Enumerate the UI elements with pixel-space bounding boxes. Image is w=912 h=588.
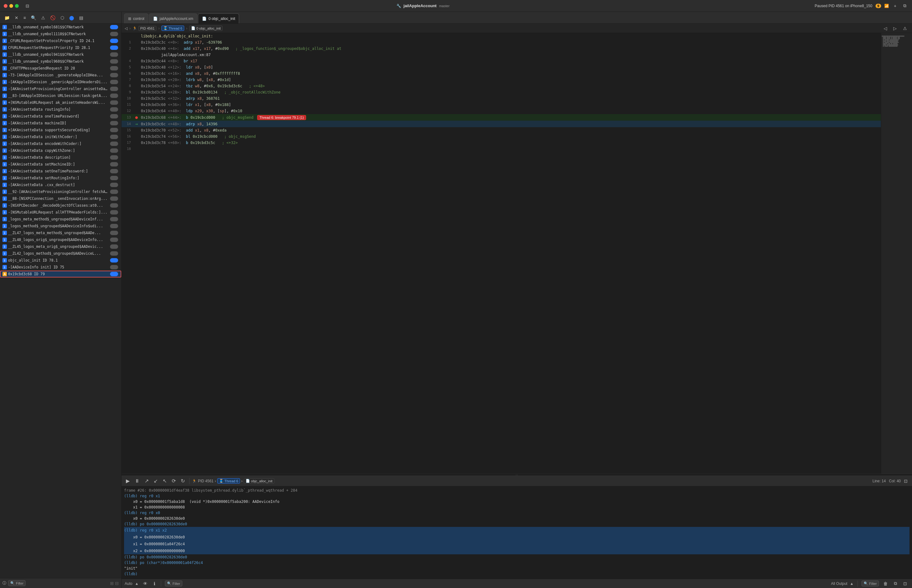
sidebar-item-toggle[interactable] <box>110 176 118 180</box>
sidebar-item-toggle[interactable] <box>110 203 118 208</box>
list-view-btn[interactable]: ▤ <box>77 14 85 21</box>
sidebar-item-toggle[interactable] <box>110 59 118 64</box>
sidebar-item[interactable]: i-[NSMutableURLRequest allHTTPHeaderFiel… <box>0 209 121 216</box>
sidebar-filter[interactable]: 🔍 Filter <box>8 580 26 586</box>
step-out-button[interactable]: ↖ <box>161 477 169 485</box>
nav-back-icon[interactable]: ◁ <box>125 26 128 31</box>
console-size-button[interactable]: ⊡ <box>902 477 909 485</box>
split-button[interactable]: ⧉ <box>901 2 908 10</box>
trash-icon[interactable]: 🗑 <box>881 580 889 587</box>
sidebar-item[interactable]: iCFURLRequestSetRequestPriority ID 28.1 <box>0 44 121 51</box>
code-area[interactable]: libobjc.A.dylib`objc_alloc_init: 10x19cb… <box>121 33 881 474</box>
sidebar-item-toggle[interactable] <box>110 66 118 71</box>
sidebar-item[interactable]: i__88-[NSXPCConnection _sendInvocation:o… <box>0 195 121 202</box>
toggle-all-btn[interactable]: ⬤ <box>67 14 76 21</box>
minimize-button[interactable] <box>9 4 13 8</box>
sidebar-item-toggle[interactable] <box>110 149 118 153</box>
sidebar-item-toggle[interactable] <box>110 244 118 249</box>
sidebar-item-toggle[interactable] <box>110 100 118 105</box>
sidebar-item[interactable]: i-[AKAnisetteData setRoutingInfo:] <box>0 174 121 181</box>
step-inst-button[interactable]: ⟳ <box>170 477 178 485</box>
sidebar-item[interactable]: i__92-[AKAnisetteProvisioningController … <box>0 188 121 195</box>
sidebar-item-toggle[interactable] <box>110 45 118 50</box>
sidebar-item-toggle[interactable] <box>110 94 118 98</box>
sidebar-item-toggle[interactable] <box>110 265 118 269</box>
console-area[interactable]: frame #26: 0x00000001df4eaf38 libsystem_… <box>121 486 912 579</box>
sidebar-item[interactable]: i_logos_meta_method$_ungrouped$AADeviceI… <box>0 216 121 223</box>
sidebar-item[interactable]: i-[AKAnisetteData machineID] <box>0 120 121 127</box>
sidebar-item[interactable]: i-[AKAnisetteData routingInfo] <box>0 106 121 113</box>
nav-next-icon[interactable]: ▷ <box>891 25 899 32</box>
sidebar-item[interactable]: i-[AADeviceInfo init] ID 75 <box>0 264 121 271</box>
sidebar-item[interactable]: i__83-[AKAppleIDSession URLSession:task:… <box>0 92 121 99</box>
sidebar-item[interactable]: i+[AKAnisetteData supportsSecureCoding] <box>0 127 121 133</box>
list-btn[interactable]: ≡ <box>21 14 28 21</box>
sidebar-item[interactable]: i__ZL40_logos_orig$_ungrouped$AADeviceIn… <box>0 236 121 243</box>
sidebar-item-toggle[interactable] <box>110 25 118 29</box>
sidebar-item[interactable]: i_CFHTTPMessageSendRequest ID 28 <box>0 65 121 72</box>
sidebar-item-toggle[interactable] <box>110 107 118 111</box>
close-all-btn[interactable]: ✕ <box>13 14 20 21</box>
step-over-button[interactable]: ↗ <box>143 477 150 485</box>
sidebar-item[interactable]: i-[AKAnisetteData .cxx_destruct] <box>0 181 121 188</box>
console-filter2[interactable]: 🔍 Filter <box>862 580 879 586</box>
sidebar-item[interactable]: i__ZL47_logos_meta_method$_ungrouped$AAD… <box>0 229 121 236</box>
sidebar-item-toggle[interactable] <box>110 73 118 78</box>
tab-asm[interactable]: 📄0 objc_alloc_init <box>198 13 239 23</box>
warning-btn[interactable]: ⚠ <box>39 14 47 21</box>
sidebar-item[interactable]: i+[NSMutableURLRequest ak_anisetteHeader… <box>0 99 121 106</box>
sidebar-item[interactable]: i__lldb_unnamed_symbol681$$CFNetwork <box>0 24 121 31</box>
maximize-console-icon[interactable]: ⊡ <box>901 580 909 587</box>
sidebar-item-toggle[interactable] <box>110 251 118 256</box>
sidebar-item[interactable]: i-[AKAnisetteData copyWithZone:] <box>0 147 121 154</box>
folder-icon-btn[interactable]: 📁 <box>3 14 11 21</box>
sidebar-item-toggle[interactable] <box>110 162 118 166</box>
sidebar-item-toggle[interactable] <box>110 142 118 146</box>
sidebar-item-toggle[interactable] <box>110 210 118 215</box>
sidebar-item-toggle[interactable] <box>110 217 118 221</box>
sidebar-item[interactable]: i__lldb_unnamed_symbol960$$CFNetwork <box>0 58 121 65</box>
warning-small-icon[interactable]: ⚠ <box>901 25 909 32</box>
sidebar-item[interactable]: i-[AKAnisetteData oneTimePassword] <box>0 113 121 120</box>
sidebar-item-toggle[interactable] <box>110 237 118 242</box>
split-console-icon[interactable]: ⧉ <box>892 580 899 587</box>
sidebar-item[interactable]: i-[AKAnisetteData setOneTimePassword:] <box>0 168 121 174</box>
sidebar-item-toggle[interactable] <box>110 169 118 173</box>
sidebar-item[interactable]: i_logos_method$_ungrouped$AADeviceInfo$u… <box>0 223 121 229</box>
sidebar-toggle-button[interactable]: ⊟ <box>24 2 31 10</box>
maximize-button[interactable] <box>15 4 19 8</box>
sidebar-item[interactable]: i__ZL42_logos_method$_ungrouped$AADevice… <box>0 250 121 257</box>
step-into-button[interactable]: ↙ <box>152 477 160 485</box>
sidebar-item[interactable]: i-73-[AKAppleIDSession _generateAppleIDH… <box>0 72 121 79</box>
sidebar-item[interactable]: i-[AKAnisetteData encodeWithCoder:] <box>0 140 121 147</box>
info-icon[interactable]: ℹ <box>152 580 157 587</box>
sidebar-item-toggle[interactable] <box>110 32 118 36</box>
tab-xm[interactable]: 📄jailAppleAccount.xm <box>149 13 197 23</box>
stop-btn[interactable]: 🚫 <box>48 14 57 21</box>
search-btn[interactable]: 🔍 <box>29 14 38 21</box>
add-button[interactable]: + <box>892 2 898 10</box>
sidebar-item-toggle[interactable] <box>110 258 118 263</box>
sidebar-item[interactable]: i-[AKAnisetteData setMachineID:] <box>0 161 121 168</box>
sidebar-item[interactable]: i__lldb_unnamed_symbol1118$$CFNetwork <box>0 31 121 37</box>
sidebar-item-toggle[interactable] <box>110 196 118 201</box>
sidebar-item-toggle[interactable] <box>110 183 118 187</box>
sidebar-item-toggle[interactable] <box>110 135 118 139</box>
sidebar-item-toggle[interactable] <box>110 80 118 84</box>
sidebar-item-toggle[interactable] <box>110 39 118 43</box>
console-filter[interactable]: 🔍 Filter <box>165 580 182 586</box>
sidebar-item-toggle[interactable] <box>110 189 118 194</box>
sidebar-item[interactable]: i-[NSXPCDecoder _decodeObjectOfClasses:a… <box>0 202 121 209</box>
sidebar-item-toggle[interactable] <box>110 87 118 91</box>
bp-icon-btn[interactable]: ⬡ <box>58 14 66 21</box>
sidebar-item-toggle[interactable] <box>110 224 118 228</box>
sidebar-item[interactable]: i__ZL45_logos_meta_orig$_ungrouped$AADev… <box>0 243 121 250</box>
sidebar-item[interactable]: i-[AKAnisetteData initWithCoder:] <box>0 133 121 140</box>
close-button[interactable] <box>4 4 8 8</box>
sidebar-item[interactable]: i-[AKAppleIDSession _genericAppleIDHeade… <box>0 79 121 86</box>
eye-icon[interactable]: 👁 <box>141 580 149 587</box>
sidebar-item-toggle[interactable] <box>110 128 118 132</box>
sidebar-item-toggle[interactable] <box>110 231 118 235</box>
sidebar-item[interactable]: iobjc_alloc_init ID 78.1 <box>0 257 121 264</box>
sidebar-item[interactable]: i-[AKAnisetteProvisioningController anis… <box>0 86 121 92</box>
